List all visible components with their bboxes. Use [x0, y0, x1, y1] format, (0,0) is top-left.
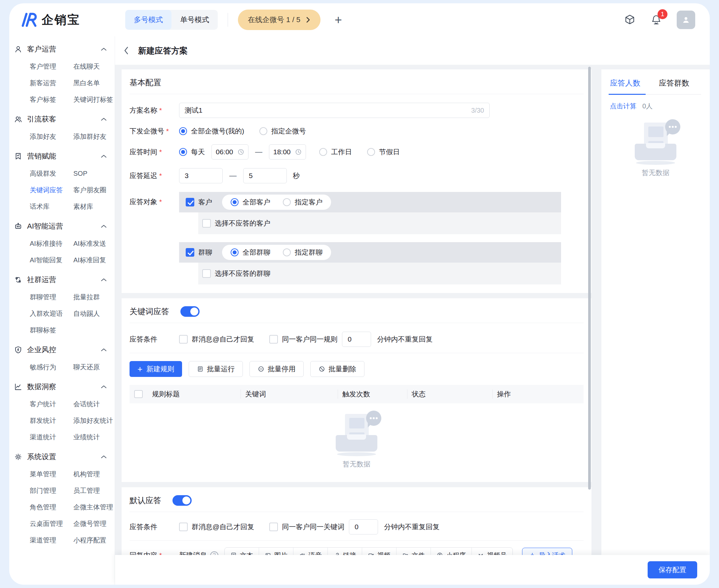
avatar[interactable] — [677, 10, 695, 29]
sidebar-item[interactable]: 新客运营 — [30, 75, 73, 91]
sidebar-item[interactable]: 客户朋友圈 — [73, 182, 115, 198]
sidebar-item[interactable]: 渠道管理 — [30, 532, 73, 548]
sidebar-section-header[interactable]: 企业风控 — [9, 341, 115, 359]
exclude-groups-checkbox[interactable]: 选择不应答的群聊 — [202, 269, 270, 278]
tab-reply-groups[interactable]: 应答群数 — [659, 78, 689, 88]
radio-holiday[interactable]: 节假日 — [367, 147, 400, 156]
tab-reply-people[interactable]: 应答人数 — [610, 78, 640, 88]
radio-all-groups[interactable]: 全部群聊 — [231, 248, 270, 257]
at-only-checkbox[interactable]: 群消息@自己才回复 — [179, 335, 254, 344]
radio-specified-accounts[interactable]: 指定企微号 — [260, 127, 306, 136]
end-time-picker[interactable]: 18:00 — [269, 144, 306, 160]
delay-max-input[interactable]: 5 — [243, 168, 287, 183]
start-time-picker[interactable]: 06:00 — [211, 144, 248, 160]
sidebar-item[interactable]: 企微主体管理 — [73, 499, 115, 515]
group-checkbox[interactable]: 群聊 — [186, 248, 212, 257]
sidebar-section-header[interactable]: 系统设置 — [9, 448, 115, 466]
radio-icon — [179, 148, 187, 156]
radio-daily[interactable]: 每天 — [179, 147, 205, 156]
scrollbar-thumb[interactable] — [588, 67, 591, 489]
sidebar-item[interactable]: 聊天还原 — [73, 359, 115, 375]
radio-all-accounts[interactable]: 全部企微号(我的) — [179, 127, 244, 136]
radio-all-customers[interactable]: 全部客户 — [231, 197, 270, 207]
same-rule-checkbox[interactable]: 同一客户同一规则 — [269, 335, 337, 344]
sidebar-item[interactable]: 机构管理 — [73, 466, 115, 482]
customer-checkbox[interactable]: 客户 — [186, 197, 212, 207]
sidebar-item[interactable]: 业绩统计 — [73, 429, 115, 445]
sidebar-section-header[interactable]: 社群运营 — [9, 271, 115, 289]
batch-delete-button[interactable]: 批量删除 — [310, 361, 365, 377]
sidebar-item[interactable]: 敏感行为 — [30, 359, 73, 375]
sidebar-item[interactable]: AI标准发送 — [73, 235, 115, 252]
sidebar-item[interactable]: 批量拉群 — [73, 289, 115, 305]
sidebar-section-header[interactable]: AI智能运营 — [9, 217, 115, 235]
radio-workday[interactable]: 工作日 — [319, 147, 352, 156]
sidebar-item[interactable]: 客户统计 — [30, 396, 73, 412]
sidebar-item[interactable]: 在线聊天 — [73, 58, 115, 75]
keyword-reply-toggle[interactable] — [180, 306, 200, 317]
sidebar-item[interactable]: 高级群发 — [30, 165, 73, 182]
save-config-button[interactable]: 保存配置 — [648, 561, 697, 579]
minutes-input[interactable]: 0 — [342, 332, 371, 347]
add-tab-button[interactable] — [331, 13, 346, 27]
batch-run-button[interactable]: 批量运行 — [189, 361, 243, 377]
sidebar-item[interactable]: 客户管理 — [30, 58, 73, 75]
sidebar-section-header[interactable]: 数据洞察 — [9, 378, 115, 396]
sidebar-item-keyword-reply[interactable]: 关键词应答 — [30, 182, 73, 198]
empty-text: 暂无数据 — [642, 168, 670, 177]
select-all-checkbox[interactable] — [134, 390, 143, 398]
sidebar-item[interactable]: 会话统计 — [73, 396, 115, 412]
app-box-icon[interactable] — [624, 14, 636, 26]
sidebar-item[interactable]: 部门管理 — [30, 482, 73, 499]
back-button[interactable] — [120, 45, 132, 57]
sidebar-item[interactable]: 入群欢迎语 — [30, 305, 73, 322]
sidebar-item[interactable]: 小程序配置 — [73, 532, 115, 548]
sidebar-item[interactable]: 添加群好友 — [73, 128, 115, 145]
checkbox-icon — [202, 219, 211, 228]
sidebar-item[interactable]: 客户标签 — [30, 91, 73, 108]
sidebar-item[interactable]: 角色管理 — [30, 499, 73, 515]
sidebar-item[interactable]: 群聊标签 — [30, 322, 73, 338]
sidebar-item[interactable]: 素材库 — [73, 198, 115, 215]
sidebar-item[interactable]: 群发统计 — [30, 412, 73, 429]
sidebar-item[interactable]: 添加好友 — [30, 128, 73, 145]
sidebar-item[interactable]: 员工管理 — [73, 482, 115, 499]
sidebar-item[interactable]: 云桌面管理 — [30, 515, 73, 532]
calculate-link[interactable]: 点击计算 — [610, 102, 636, 111]
sidebar-item[interactable]: 黑白名单 — [73, 75, 115, 91]
sidebar-item[interactable]: AI标准回复 — [73, 252, 115, 268]
sidebar-section-header[interactable]: 引流获客 — [9, 110, 115, 128]
radio-specified-customers[interactable]: 指定客户 — [283, 197, 323, 207]
radio-label: 全部群聊 — [243, 248, 270, 257]
new-rule-button[interactable]: 新建规则 — [129, 361, 182, 377]
sidebar-item[interactable]: 渠道统计 — [30, 429, 73, 445]
notifications-button[interactable]: 1 — [650, 14, 662, 26]
app-window: 企销宝 多号模式 单号模式 在线企微号 1 / 5 1 — [9, 3, 710, 585]
same-keyword-checkbox[interactable]: 同一客户同一关键词 — [269, 522, 344, 531]
tab-single-mode[interactable]: 单号模式 — [171, 10, 218, 30]
sidebar-item[interactable]: 群聊管理 — [30, 289, 73, 305]
at-only-checkbox[interactable]: 群消息@自己才回复 — [179, 522, 254, 531]
sidebar-item[interactable]: 企微号管理 — [73, 515, 115, 532]
clock-icon — [295, 149, 302, 155]
sidebar-item[interactable]: AI智能回复 — [30, 252, 73, 268]
tab-multi-mode[interactable]: 多号模式 — [125, 10, 171, 30]
default-reply-toggle[interactable] — [172, 495, 192, 506]
run-list-icon — [197, 366, 204, 372]
minutes-input[interactable]: 0 — [349, 519, 378, 534]
radio-specified-groups[interactable]: 指定群聊 — [283, 248, 323, 257]
sidebar-section-header[interactable]: 营销赋能 — [9, 147, 115, 165]
delay-min-input[interactable]: 3 — [179, 168, 223, 183]
sidebar-item[interactable]: AI标准接待 — [30, 235, 73, 252]
online-account-pill[interactable]: 在线企微号 1 / 5 — [238, 9, 321, 30]
sidebar-item[interactable]: 添加好友统计 — [73, 412, 115, 429]
sidebar-item[interactable]: 关键词打标签 — [73, 91, 115, 108]
sidebar-section-header[interactable]: 客户运营 — [9, 40, 115, 58]
plan-name-input[interactable]: 测试1 3/30 — [179, 103, 490, 118]
batch-stop-button[interactable]: 批量停用 — [249, 361, 304, 377]
sidebar-item[interactable]: 话术库 — [30, 198, 73, 215]
sidebar-item[interactable]: SOP — [73, 165, 115, 182]
sidebar-item[interactable]: 菜单管理 — [30, 466, 73, 482]
sidebar-item[interactable]: 自动踢人 — [73, 305, 115, 322]
exclude-customers-checkbox[interactable]: 选择不应答的客户 — [202, 219, 270, 228]
